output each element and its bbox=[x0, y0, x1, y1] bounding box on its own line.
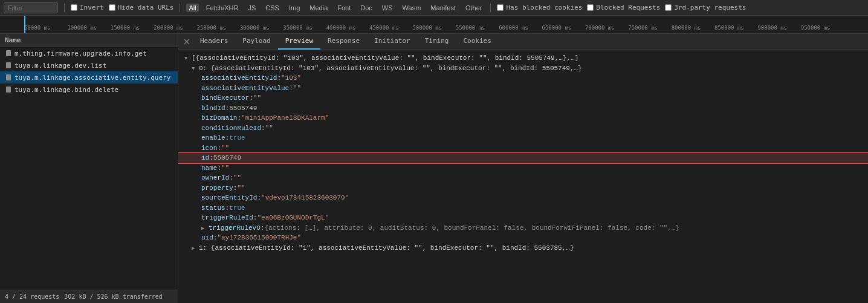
timeline-label: 200000 ms bbox=[154, 25, 196, 31]
json-line: triggerRuleId: "ea06BzOGUNODrTgL" bbox=[178, 213, 868, 223]
request-item[interactable]: tuya.m.linkage.bind.delete bbox=[0, 83, 178, 96]
json-line: uid: "ay172836515090TRHJe" bbox=[178, 233, 868, 243]
timeline-label: 500000 ms bbox=[412, 25, 455, 31]
json-line: icon: "" bbox=[178, 143, 868, 154]
filter-font-btn[interactable]: Font bbox=[335, 4, 353, 12]
timeline-label: 150000 ms bbox=[111, 25, 154, 31]
blocked-requests-checkbox[interactable] bbox=[587, 4, 594, 11]
request-item[interactable]: m.thing.firmware.upgrade.info.get bbox=[0, 47, 178, 59]
filter-other-btn[interactable]: Other bbox=[463, 4, 485, 12]
timeline-label: 750000 ms bbox=[628, 25, 671, 31]
requests-panel: Name m.thing.firmware.upgrade.info.gettu… bbox=[0, 34, 178, 303]
tab-timing[interactable]: Timing bbox=[418, 34, 456, 50]
json-line: conditionRuleId: "" bbox=[178, 123, 868, 134]
json-preview[interactable]: [{associativeEntityId: "103", associativ… bbox=[178, 50, 868, 303]
timeline-label: 400000 ms bbox=[326, 25, 369, 31]
tab-cookies[interactable]: Cookies bbox=[456, 34, 498, 50]
timeline-label: 300000 ms bbox=[240, 25, 283, 31]
tab-response[interactable]: Response bbox=[320, 34, 367, 50]
tab-initiator[interactable]: Initiator bbox=[367, 34, 418, 50]
third-party-checkbox[interactable] bbox=[665, 4, 672, 11]
request-name: tuya.m.linkage.associative.entity.query bbox=[15, 74, 170, 82]
filter-wasm-btn[interactable]: Wasm bbox=[400, 4, 424, 12]
requests-header: Name bbox=[0, 34, 178, 47]
timeline-label: 800000 ms bbox=[672, 25, 714, 31]
svg-rect-2 bbox=[6, 74, 11, 80]
svg-rect-0 bbox=[6, 50, 11, 56]
filter-media-btn[interactable]: Media bbox=[307, 4, 330, 12]
timeline-label: 250000 ms bbox=[197, 25, 240, 31]
hide-data-urls-checkbox[interactable] bbox=[109, 4, 115, 11]
json-line: ownerId: "" bbox=[178, 173, 868, 183]
filter-ws-btn[interactable]: WS bbox=[380, 4, 395, 12]
hide-data-urls-label[interactable]: Hide data URLs bbox=[109, 4, 174, 11]
timeline-label: 700000 ms bbox=[585, 25, 628, 31]
invert-checkbox[interactable] bbox=[71, 4, 77, 11]
filter-input[interactable] bbox=[4, 2, 58, 13]
requests-size: 302 kB / 526 kB transferred bbox=[64, 293, 163, 300]
blocked-requests-label[interactable]: Blocked Requests bbox=[587, 4, 660, 11]
requests-header-label: Name bbox=[5, 36, 21, 44]
expand-arrow[interactable] bbox=[201, 223, 209, 233]
request-item[interactable]: tuya.m.linkage.dev.list bbox=[0, 59, 178, 71]
timeline-indicator bbox=[24, 16, 25, 33]
tab-close-button[interactable]: ✕ bbox=[181, 37, 193, 46]
has-blocked-cookies-label[interactable]: Has blocked cookies bbox=[497, 4, 582, 11]
requests-list: m.thing.firmware.upgrade.info.gettuya.m.… bbox=[0, 47, 178, 290]
json-line: id: 5505749 bbox=[178, 153, 868, 163]
timeline-label: 900000 ms bbox=[757, 25, 800, 31]
json-line: sourceEntityId: "vdevo173415823603079" bbox=[178, 193, 868, 203]
filter-fetch-xhr-btn[interactable]: Fetch/XHR bbox=[204, 4, 241, 12]
separator-3 bbox=[490, 4, 491, 12]
file-icon bbox=[5, 86, 12, 93]
file-icon bbox=[5, 50, 12, 57]
tab-payload[interactable]: Payload bbox=[235, 34, 277, 50]
json-line: status: true bbox=[178, 203, 868, 213]
filter-img-btn[interactable]: Img bbox=[287, 4, 302, 12]
hide-data-urls-text: Hide data URLs bbox=[118, 4, 174, 11]
timeline-label: 550000 ms bbox=[456, 25, 499, 31]
expand-arrow[interactable] bbox=[192, 64, 199, 74]
expand-arrow[interactable] bbox=[192, 243, 199, 253]
invert-label: Invert bbox=[80, 4, 104, 11]
toolbar: Invert Hide data URLs All Fetch/XHR JS C… bbox=[0, 0, 868, 16]
timeline-bar: 50000 ms100000 ms150000 ms200000 ms25000… bbox=[0, 16, 868, 34]
blocked-requests-text: Blocked Requests bbox=[596, 4, 660, 11]
svg-rect-3 bbox=[6, 86, 11, 93]
timeline-label: 450000 ms bbox=[369, 25, 412, 31]
filter-css-btn[interactable]: CSS bbox=[263, 4, 282, 12]
request-item[interactable]: tuya.m.linkage.associative.entity.query bbox=[0, 71, 178, 83]
file-icon bbox=[5, 62, 12, 69]
json-line: bindId: 5505749 bbox=[178, 103, 868, 114]
request-name: m.thing.firmware.upgrade.info.get bbox=[15, 50, 147, 57]
tabs-bar: ✕ HeadersPayloadPreviewResponseInitiator… bbox=[178, 34, 868, 50]
has-blocked-cookies-checkbox[interactable] bbox=[497, 4, 504, 11]
json-line: triggerRuleVO: {actions: […], attribute:… bbox=[178, 223, 868, 233]
third-party-requests-label[interactable]: 3rd-party requests bbox=[665, 4, 746, 11]
timeline-label: 950000 ms bbox=[801, 25, 844, 31]
json-line: enable: true bbox=[178, 133, 868, 143]
json-line: property: "" bbox=[178, 183, 868, 194]
tabs-container: HeadersPayloadPreviewResponseInitiatorTi… bbox=[193, 34, 499, 50]
json-line: bizDomain: "miniAppPanelSDKAlarm" bbox=[178, 113, 868, 123]
svg-rect-1 bbox=[6, 62, 11, 68]
tab-preview[interactable]: Preview bbox=[278, 34, 320, 50]
json-line: 1: {associativeEntityId: "1", associativ… bbox=[178, 243, 868, 253]
filter-manifest-btn[interactable]: Manifest bbox=[428, 4, 458, 12]
separator-2 bbox=[180, 4, 180, 12]
filter-all-btn[interactable]: All bbox=[186, 4, 198, 12]
filter-js-btn[interactable]: JS bbox=[246, 4, 259, 12]
request-name: tuya.m.linkage.bind.delete bbox=[15, 86, 118, 94]
timeline-label: 100000 ms bbox=[67, 25, 110, 31]
timeline-label: 50000 ms bbox=[24, 25, 67, 31]
request-name: tuya.m.linkage.dev.list bbox=[15, 62, 106, 70]
tab-headers[interactable]: Headers bbox=[193, 34, 235, 50]
has-blocked-cookies-text: Has blocked cookies bbox=[506, 4, 582, 11]
third-party-text: 3rd-party requests bbox=[674, 4, 746, 11]
json-line: associativeEntityId: "103" bbox=[178, 73, 868, 83]
timeline-label: 350000 ms bbox=[283, 25, 326, 31]
requests-footer: 4 / 24 requests 302 kB / 526 kB transfer… bbox=[0, 290, 178, 303]
expand-arrow[interactable] bbox=[184, 53, 192, 64]
filter-doc-btn[interactable]: Doc bbox=[358, 4, 375, 12]
invert-checkbox-label[interactable]: Invert bbox=[71, 4, 104, 11]
